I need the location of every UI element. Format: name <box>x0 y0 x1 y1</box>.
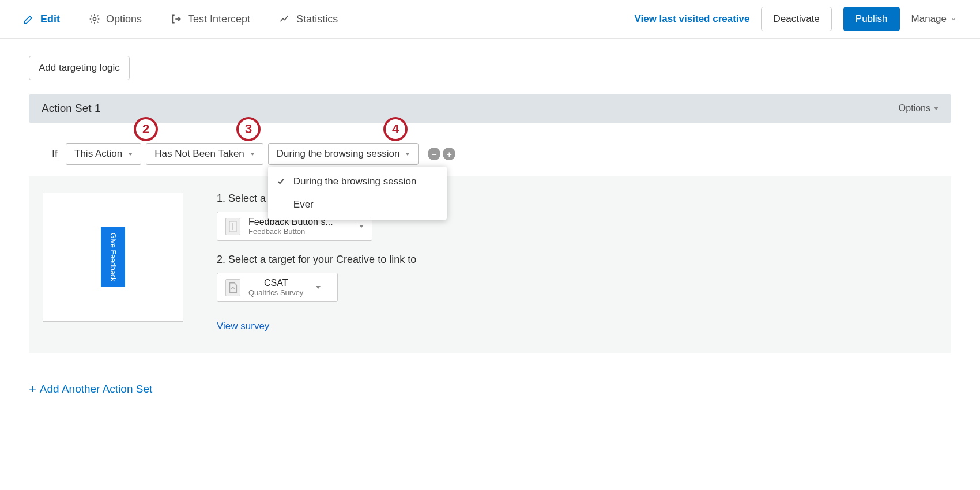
creative-preview[interactable]: Give Feedback <box>43 193 183 322</box>
tab-statistics[interactable]: Statistics <box>279 13 338 25</box>
topbar-right: View last visited creative Deactivate Pu… <box>634 7 957 31</box>
caret-down-icon <box>250 153 255 156</box>
logic-select-timeframe-value: During the browsing session <box>277 148 400 160</box>
target-select[interactable]: CSAT Qualtrics Survey <box>217 273 338 302</box>
annotation-4: 4 <box>383 117 408 141</box>
svg-point-0 <box>93 18 96 21</box>
action-set-options-label: Options <box>899 103 930 114</box>
pencil-icon <box>23 13 35 25</box>
add-another-label: Add Another Action Set <box>40 383 152 395</box>
target-texts: CSAT Qualtrics Survey <box>248 278 303 297</box>
topbar: Edit Options Test Intercept Statistics V… <box>0 0 980 39</box>
caret-down-icon <box>128 153 133 156</box>
target-type: Qualtrics Survey <box>248 288 303 297</box>
logic-if-label: If <box>52 148 58 160</box>
dropdown-item-session-label: During the browsing session <box>293 176 417 187</box>
trend-icon <box>279 13 291 25</box>
caret-down-icon <box>359 225 364 228</box>
timeframe-dropdown: During the browsing session Ever <box>268 167 447 220</box>
logic-select-timeframe[interactable]: During the browsing session During the b… <box>268 143 419 165</box>
body-panel: Give Feedback 1. Select a Creative to sh… <box>29 176 951 353</box>
svg-rect-2 <box>232 223 233 230</box>
creative-thumb-icon <box>225 218 240 235</box>
tab-stats-label: Statistics <box>296 13 338 25</box>
dropdown-item-ever[interactable]: Ever <box>268 193 447 216</box>
annotation-2: 2 <box>134 117 158 141</box>
action-set-title: Action Set 1 <box>42 102 100 115</box>
tab-edit-label: Edit <box>40 13 60 25</box>
tab-edit[interactable]: Edit <box>23 13 60 25</box>
dropdown-item-session[interactable]: During the browsing session <box>268 170 447 193</box>
logic-select-action-value: This Action <box>74 148 122 160</box>
dropdown-item-ever-label: Ever <box>293 199 314 210</box>
add-condition-button[interactable]: + <box>443 148 455 160</box>
caret-down-icon <box>316 286 321 289</box>
plus-icon: + <box>29 382 36 397</box>
tab-options-label: Options <box>106 13 142 25</box>
publish-button[interactable]: Publish <box>843 7 900 31</box>
topbar-tabs: Edit Options Test Intercept Statistics <box>23 13 605 25</box>
exit-icon <box>171 13 182 25</box>
caret-down-icon <box>405 153 410 156</box>
manage-label: Manage <box>911 13 947 25</box>
action-set-header: Action Set 1 Options <box>29 94 951 123</box>
manage-menu[interactable]: Manage <box>911 13 957 25</box>
logic-row-wrap: 2 3 4 If This Action Has Not Been Taken … <box>29 123 951 176</box>
logic-select-state-value: Has Not Been Taken <box>154 148 244 160</box>
annotation-3: 3 <box>236 117 261 141</box>
step2-label: 2. Select a target for your Creative to … <box>217 254 937 266</box>
deactivate-button[interactable]: Deactivate <box>761 7 831 31</box>
remove-condition-button[interactable]: − <box>428 148 440 160</box>
gear-icon <box>89 13 100 25</box>
tab-test-intercept[interactable]: Test Intercept <box>171 13 250 25</box>
check-icon <box>276 177 285 186</box>
tab-options[interactable]: Options <box>89 13 142 25</box>
tab-test-label: Test Intercept <box>188 13 250 25</box>
logic-select-state[interactable]: Has Not Been Taken <box>146 143 263 165</box>
creative-type: Feedback Button <box>248 227 333 236</box>
caret-down-icon <box>934 107 938 110</box>
view-last-creative-link[interactable]: View last visited creative <box>634 13 749 25</box>
logic-controls: − + <box>428 148 455 160</box>
content: Add targeting logic Action Set 1 Options… <box>0 39 980 414</box>
target-thumb-icon <box>225 279 240 296</box>
target-name: CSAT <box>248 278 303 288</box>
add-another-action-set[interactable]: + Add Another Action Set <box>29 382 951 397</box>
view-survey-link[interactable]: View survey <box>217 321 269 332</box>
logic-select-action[interactable]: This Action <box>66 143 141 165</box>
add-targeting-logic-button[interactable]: Add targeting logic <box>29 56 130 80</box>
chevron-down-icon <box>950 16 957 22</box>
action-set-options-menu[interactable]: Options <box>899 103 938 114</box>
logic-row: If This Action Has Not Been Taken During… <box>52 143 928 165</box>
feedback-button-preview: Give Feedback <box>101 227 125 287</box>
